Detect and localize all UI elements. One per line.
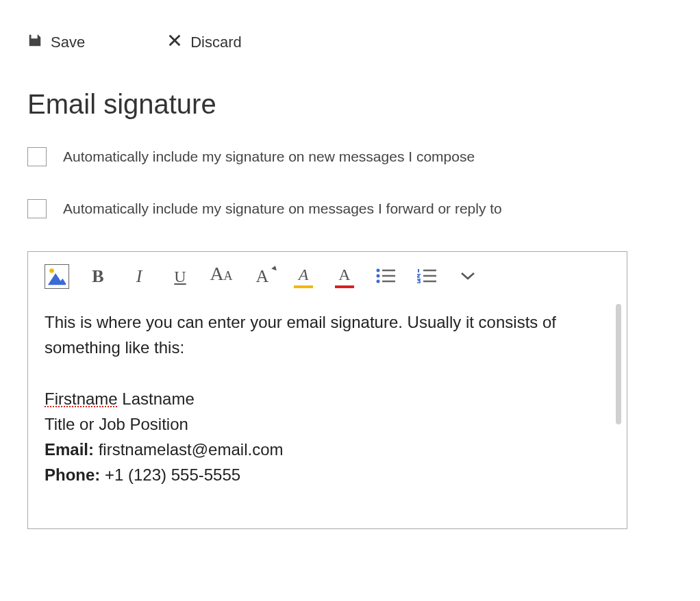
font-size-icon: A (210, 264, 223, 283)
numbered-list-icon (417, 268, 436, 285)
more-options-button[interactable] (455, 264, 480, 289)
signature-textarea[interactable]: This is where you can enter your email s… (28, 298, 627, 528)
bold-button[interactable]: B (86, 264, 110, 289)
svg-point-6 (377, 268, 380, 272)
save-label: Save (51, 34, 85, 51)
font-color-button[interactable]: A (332, 264, 357, 289)
checkbox-label-reply-forward: Automatically include my signature on me… (63, 201, 502, 217)
signature-phone-line: Phone: +1 (123) 555-5555 (45, 462, 610, 487)
save-button[interactable]: Save (27, 33, 85, 52)
signature-email-line: Email: firstnamelast@email.com (45, 437, 610, 462)
font-family-button[interactable]: A (250, 264, 275, 289)
editor-toolbar: B I U AA A A A (28, 252, 627, 298)
highlight-icon: A (299, 266, 309, 284)
page-title: Email signature (27, 89, 673, 120)
font-size-button[interactable]: AA (209, 264, 234, 289)
bullet-list-button[interactable] (373, 264, 398, 289)
image-icon (47, 266, 67, 288)
signature-editor: B I U AA A A A (27, 251, 627, 529)
checkbox-row-reply-forward: Automatically include my signature on me… (27, 199, 673, 218)
signature-name-line: Firstname Lastname (45, 386, 610, 411)
svg-point-8 (377, 274, 380, 277)
editor-scrollbar[interactable] (616, 304, 621, 424)
checkbox-label-new-messages: Automatically include my signature on ne… (63, 149, 475, 165)
checkbox-new-messages[interactable] (27, 147, 47, 166)
highlight-button[interactable]: A (291, 264, 316, 289)
svg-rect-0 (35, 36, 36, 38)
chevron-down-icon (460, 271, 475, 283)
bullet-list-icon (376, 268, 395, 285)
underline-button[interactable]: U (168, 264, 192, 289)
close-icon (167, 33, 182, 52)
save-icon (27, 33, 42, 52)
italic-icon: I (136, 266, 142, 287)
font-color-icon: A (338, 266, 350, 284)
top-actions-bar: Save Discard (27, 33, 673, 52)
signature-title-line: Title or Job Position (45, 411, 610, 437)
numbered-list-button[interactable] (414, 264, 439, 289)
font-family-icon: A (256, 266, 269, 287)
signature-intro: This is where you can enter your email s… (45, 309, 610, 360)
highlight-color-bar (294, 285, 313, 288)
underline-icon: U (174, 268, 186, 286)
checkbox-row-new-messages: Automatically include my signature on ne… (27, 147, 673, 166)
insert-image-button[interactable] (45, 264, 69, 289)
bold-icon: B (92, 266, 103, 287)
checkbox-reply-forward[interactable] (27, 199, 47, 218)
italic-button[interactable]: I (127, 264, 151, 289)
discard-button[interactable]: Discard (167, 33, 242, 52)
svg-point-10 (377, 279, 380, 283)
svg-point-4 (49, 268, 54, 273)
font-color-bar (335, 285, 354, 288)
discard-label: Discard (190, 34, 242, 51)
